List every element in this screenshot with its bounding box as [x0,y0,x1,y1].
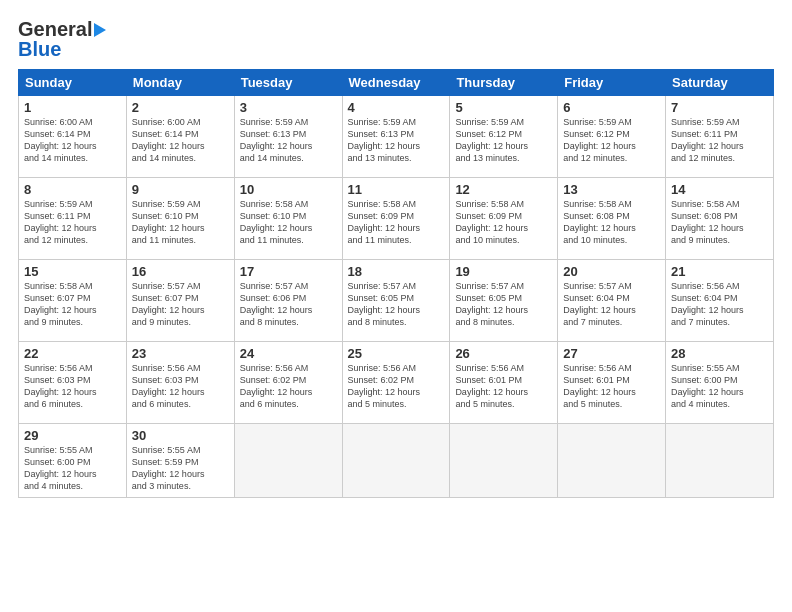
day-info: Sunrise: 5:59 AM Sunset: 6:11 PM Dayligh… [671,116,768,165]
calendar-day-cell: 2Sunrise: 6:00 AM Sunset: 6:14 PM Daylig… [126,96,234,178]
calendar-header-row: SundayMondayTuesdayWednesdayThursdayFrid… [19,70,774,96]
calendar-day-cell: 11Sunrise: 5:58 AM Sunset: 6:09 PM Dayli… [342,178,450,260]
calendar-week-row: 22Sunrise: 5:56 AM Sunset: 6:03 PM Dayli… [19,342,774,424]
calendar-day-cell: 1Sunrise: 6:00 AM Sunset: 6:14 PM Daylig… [19,96,127,178]
calendar-day-cell: 12Sunrise: 5:58 AM Sunset: 6:09 PM Dayli… [450,178,558,260]
day-info: Sunrise: 5:59 AM Sunset: 6:12 PM Dayligh… [455,116,552,165]
day-info: Sunrise: 5:55 AM Sunset: 5:59 PM Dayligh… [132,444,229,493]
day-info: Sunrise: 5:56 AM Sunset: 6:04 PM Dayligh… [671,280,768,329]
calendar-week-row: 29Sunrise: 5:55 AM Sunset: 6:00 PM Dayli… [19,424,774,498]
day-number: 10 [240,182,337,197]
day-number: 15 [24,264,121,279]
day-info: Sunrise: 5:55 AM Sunset: 6:00 PM Dayligh… [671,362,768,411]
calendar-day-cell [558,424,666,498]
day-info: Sunrise: 6:00 AM Sunset: 6:14 PM Dayligh… [24,116,121,165]
day-number: 2 [132,100,229,115]
day-number: 24 [240,346,337,361]
calendar-week-row: 15Sunrise: 5:58 AM Sunset: 6:07 PM Dayli… [19,260,774,342]
day-info: Sunrise: 5:55 AM Sunset: 6:00 PM Dayligh… [24,444,121,493]
day-number: 26 [455,346,552,361]
day-info: Sunrise: 5:56 AM Sunset: 6:03 PM Dayligh… [132,362,229,411]
day-number: 21 [671,264,768,279]
day-info: Sunrise: 5:56 AM Sunset: 6:03 PM Dayligh… [24,362,121,411]
day-info: Sunrise: 5:57 AM Sunset: 6:06 PM Dayligh… [240,280,337,329]
weekday-header: Wednesday [342,70,450,96]
day-number: 18 [348,264,445,279]
day-number: 8 [24,182,121,197]
day-number: 11 [348,182,445,197]
calendar-day-cell: 9Sunrise: 5:59 AM Sunset: 6:10 PM Daylig… [126,178,234,260]
day-number: 25 [348,346,445,361]
logo: General Blue [18,18,106,61]
calendar-day-cell: 23Sunrise: 5:56 AM Sunset: 6:03 PM Dayli… [126,342,234,424]
calendar-day-cell [234,424,342,498]
day-info: Sunrise: 5:59 AM Sunset: 6:10 PM Dayligh… [132,198,229,247]
day-info: Sunrise: 5:57 AM Sunset: 6:07 PM Dayligh… [132,280,229,329]
day-info: Sunrise: 5:57 AM Sunset: 6:04 PM Dayligh… [563,280,660,329]
calendar-day-cell: 29Sunrise: 5:55 AM Sunset: 6:00 PM Dayli… [19,424,127,498]
day-number: 1 [24,100,121,115]
day-number: 12 [455,182,552,197]
calendar-day-cell: 6Sunrise: 5:59 AM Sunset: 6:12 PM Daylig… [558,96,666,178]
calendar-week-row: 8Sunrise: 5:59 AM Sunset: 6:11 PM Daylig… [19,178,774,260]
day-number: 9 [132,182,229,197]
calendar-day-cell: 19Sunrise: 5:57 AM Sunset: 6:05 PM Dayli… [450,260,558,342]
day-info: Sunrise: 5:58 AM Sunset: 6:09 PM Dayligh… [348,198,445,247]
day-number: 30 [132,428,229,443]
calendar-day-cell [342,424,450,498]
day-info: Sunrise: 5:59 AM Sunset: 6:13 PM Dayligh… [240,116,337,165]
calendar-day-cell: 26Sunrise: 5:56 AM Sunset: 6:01 PM Dayli… [450,342,558,424]
day-info: Sunrise: 5:58 AM Sunset: 6:09 PM Dayligh… [455,198,552,247]
weekday-header: Friday [558,70,666,96]
day-info: Sunrise: 5:59 AM Sunset: 6:12 PM Dayligh… [563,116,660,165]
day-number: 7 [671,100,768,115]
day-number: 23 [132,346,229,361]
logo-arrow-icon [94,23,106,37]
calendar-day-cell: 17Sunrise: 5:57 AM Sunset: 6:06 PM Dayli… [234,260,342,342]
calendar-day-cell [450,424,558,498]
day-info: Sunrise: 5:58 AM Sunset: 6:08 PM Dayligh… [671,198,768,247]
day-info: Sunrise: 5:56 AM Sunset: 6:02 PM Dayligh… [240,362,337,411]
day-info: Sunrise: 6:00 AM Sunset: 6:14 PM Dayligh… [132,116,229,165]
calendar-day-cell: 14Sunrise: 5:58 AM Sunset: 6:08 PM Dayli… [666,178,774,260]
header: General Blue [18,18,774,61]
calendar-day-cell: 18Sunrise: 5:57 AM Sunset: 6:05 PM Dayli… [342,260,450,342]
day-number: 5 [455,100,552,115]
calendar-table: SundayMondayTuesdayWednesdayThursdayFrid… [18,69,774,498]
day-info: Sunrise: 5:56 AM Sunset: 6:01 PM Dayligh… [563,362,660,411]
calendar-day-cell: 8Sunrise: 5:59 AM Sunset: 6:11 PM Daylig… [19,178,127,260]
day-info: Sunrise: 5:59 AM Sunset: 6:13 PM Dayligh… [348,116,445,165]
day-info: Sunrise: 5:58 AM Sunset: 6:07 PM Dayligh… [24,280,121,329]
calendar-day-cell: 25Sunrise: 5:56 AM Sunset: 6:02 PM Dayli… [342,342,450,424]
calendar-day-cell: 7Sunrise: 5:59 AM Sunset: 6:11 PM Daylig… [666,96,774,178]
calendar-day-cell: 5Sunrise: 5:59 AM Sunset: 6:12 PM Daylig… [450,96,558,178]
calendar-week-row: 1Sunrise: 6:00 AM Sunset: 6:14 PM Daylig… [19,96,774,178]
logo-blue: Blue [18,38,61,61]
calendar-day-cell: 3Sunrise: 5:59 AM Sunset: 6:13 PM Daylig… [234,96,342,178]
day-number: 6 [563,100,660,115]
day-info: Sunrise: 5:59 AM Sunset: 6:11 PM Dayligh… [24,198,121,247]
weekday-header: Monday [126,70,234,96]
day-number: 29 [24,428,121,443]
day-info: Sunrise: 5:57 AM Sunset: 6:05 PM Dayligh… [348,280,445,329]
day-number: 13 [563,182,660,197]
calendar-page: General Blue SundayMondayTuesdayWednesda… [0,0,792,612]
calendar-day-cell [666,424,774,498]
day-number: 20 [563,264,660,279]
calendar-day-cell: 22Sunrise: 5:56 AM Sunset: 6:03 PM Dayli… [19,342,127,424]
calendar-day-cell: 30Sunrise: 5:55 AM Sunset: 5:59 PM Dayli… [126,424,234,498]
calendar-day-cell: 13Sunrise: 5:58 AM Sunset: 6:08 PM Dayli… [558,178,666,260]
day-info: Sunrise: 5:57 AM Sunset: 6:05 PM Dayligh… [455,280,552,329]
calendar-day-cell: 15Sunrise: 5:58 AM Sunset: 6:07 PM Dayli… [19,260,127,342]
calendar-day-cell: 28Sunrise: 5:55 AM Sunset: 6:00 PM Dayli… [666,342,774,424]
day-info: Sunrise: 5:56 AM Sunset: 6:01 PM Dayligh… [455,362,552,411]
weekday-header: Thursday [450,70,558,96]
day-number: 27 [563,346,660,361]
calendar-day-cell: 20Sunrise: 5:57 AM Sunset: 6:04 PM Dayli… [558,260,666,342]
calendar-body: 1Sunrise: 6:00 AM Sunset: 6:14 PM Daylig… [19,96,774,498]
calendar-day-cell: 24Sunrise: 5:56 AM Sunset: 6:02 PM Dayli… [234,342,342,424]
calendar-day-cell: 4Sunrise: 5:59 AM Sunset: 6:13 PM Daylig… [342,96,450,178]
calendar-day-cell: 16Sunrise: 5:57 AM Sunset: 6:07 PM Dayli… [126,260,234,342]
day-number: 4 [348,100,445,115]
calendar-day-cell: 21Sunrise: 5:56 AM Sunset: 6:04 PM Dayli… [666,260,774,342]
